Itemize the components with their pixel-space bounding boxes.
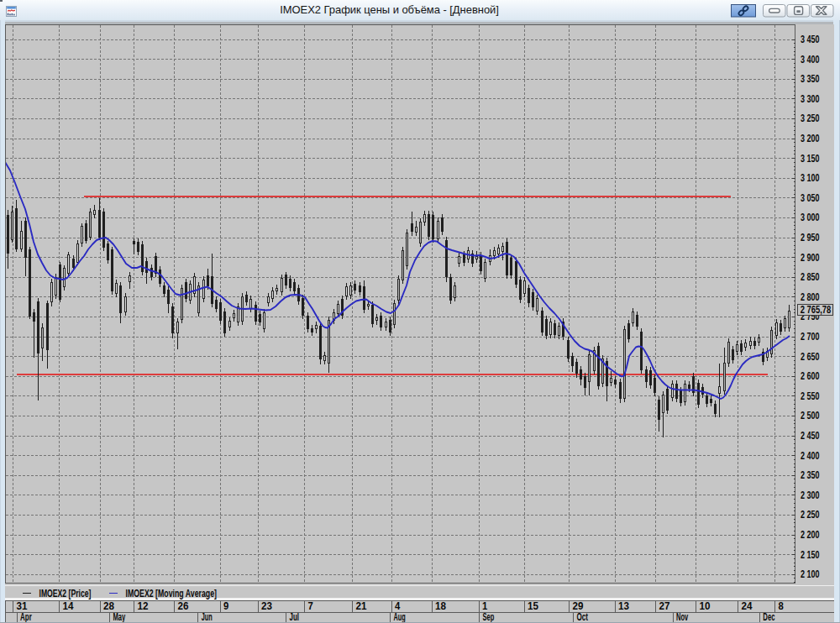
svg-text:2 150: 2 150 (801, 549, 820, 561)
svg-text:2 850: 2 850 (801, 271, 820, 283)
svg-text:Aug: Aug (394, 611, 406, 623)
svg-text:2 950: 2 950 (801, 232, 820, 243)
svg-text:3 200: 3 200 (801, 133, 820, 144)
svg-text:2 650: 2 650 (801, 351, 820, 363)
svg-text:29: 29 (573, 600, 584, 612)
svg-text:10: 10 (700, 600, 711, 612)
svg-text:21: 21 (356, 600, 367, 612)
svg-text:1: 1 (482, 600, 488, 612)
svg-text:18: 18 (435, 600, 446, 612)
svg-text:2 700: 2 700 (801, 331, 820, 343)
svg-text:9: 9 (223, 600, 229, 612)
svg-text:Jun: Jun (202, 611, 213, 623)
svg-text:24: 24 (742, 600, 753, 612)
svg-text:2 550: 2 550 (801, 390, 820, 402)
svg-text:2 600: 2 600 (801, 370, 820, 382)
svg-text:3 250: 3 250 (801, 113, 820, 124)
svg-text:2 400: 2 400 (801, 450, 820, 462)
svg-text:2 350: 2 350 (801, 469, 820, 481)
svg-text:2 900: 2 900 (801, 252, 820, 264)
svg-text:3 300: 3 300 (801, 93, 820, 105)
svg-text:Nov: Nov (676, 611, 688, 623)
svg-text:3 350: 3 350 (801, 73, 820, 85)
svg-text:IMOEX2 [Price]: IMOEX2 [Price] (39, 588, 92, 599)
svg-text:2 450: 2 450 (801, 430, 820, 442)
svg-text:2 300: 2 300 (801, 490, 820, 501)
svg-text:4: 4 (395, 600, 401, 612)
svg-text:3 400: 3 400 (801, 54, 820, 65)
svg-text:2 765,78: 2 765,78 (801, 304, 832, 316)
svg-text:27: 27 (659, 600, 670, 612)
svg-text:Jul: Jul (290, 611, 300, 623)
svg-text:3 100: 3 100 (801, 172, 820, 184)
svg-text:28: 28 (103, 600, 114, 612)
svg-text:Dec: Dec (763, 611, 774, 623)
svg-text:IMOEX2 [Moving Average]: IMOEX2 [Moving Average] (126, 588, 218, 599)
svg-text:3 000: 3 000 (801, 212, 820, 223)
svg-text:Oct: Oct (577, 611, 589, 623)
svg-text:3 450: 3 450 (801, 34, 820, 45)
svg-text:3 150: 3 150 (801, 153, 820, 165)
svg-text:May: May (113, 611, 126, 623)
svg-text:15: 15 (528, 600, 538, 612)
svg-text:31: 31 (17, 600, 28, 612)
svg-text:2 200: 2 200 (801, 529, 820, 541)
svg-text:14: 14 (63, 600, 74, 612)
svg-text:7: 7 (308, 600, 314, 612)
svg-text:2 250: 2 250 (801, 509, 820, 521)
svg-text:26: 26 (178, 600, 189, 612)
svg-text:23: 23 (261, 600, 272, 612)
svg-text:3 050: 3 050 (801, 192, 820, 204)
svg-text:8: 8 (779, 600, 785, 612)
svg-text:Sep: Sep (483, 611, 495, 623)
svg-text:2 800: 2 800 (801, 291, 820, 303)
svg-text:13: 13 (618, 600, 629, 612)
svg-text:2 500: 2 500 (801, 410, 820, 421)
svg-text:12: 12 (138, 600, 149, 612)
svg-text:2 100: 2 100 (801, 568, 820, 580)
svg-text:Apr: Apr (20, 611, 32, 623)
